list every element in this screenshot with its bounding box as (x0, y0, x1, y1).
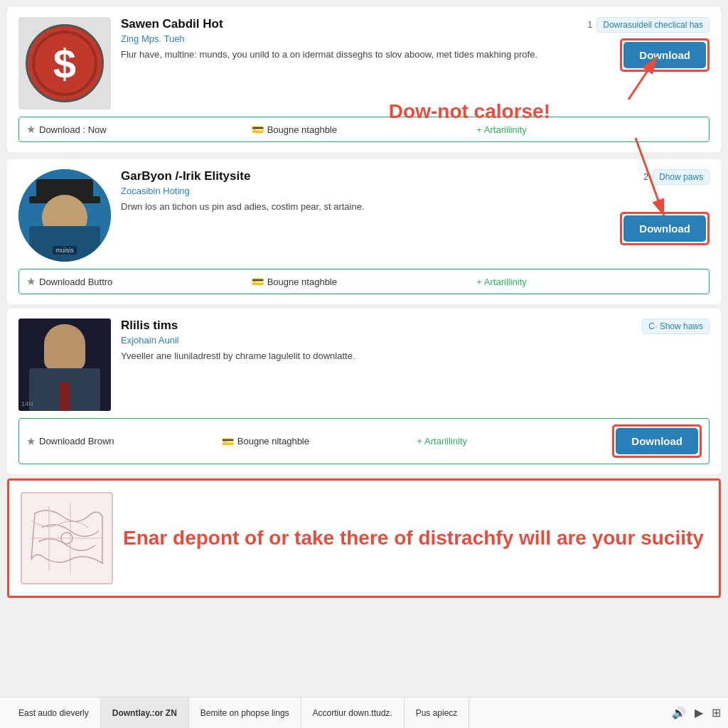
star-icon3: ★ (26, 435, 36, 448)
credit-icon3: 💳 (222, 436, 234, 447)
credit-icon1: 💳 (252, 124, 264, 135)
card3-title: Rlilis tims (121, 318, 582, 333)
card2-meta-number: 2 (643, 172, 648, 182)
bottom-image (21, 492, 113, 584)
card2-subtitle: Zocasibin Hoting (121, 186, 582, 196)
card1-action1: ★ Download : Now (26, 123, 252, 136)
map-svg (28, 499, 106, 577)
card3-action2: 💳 Bougne nltaghble (222, 436, 417, 447)
card1-actions: ★ Download : Now 💳 Bougne ntaghble + Art… (18, 117, 710, 142)
tab-icons: 🔊 ▶ ⊞ (672, 706, 721, 719)
star-icon2: ★ (26, 275, 36, 288)
card2-title: GarByon /-Irik Elitysite (121, 169, 582, 183)
card3-download-box: Download (612, 424, 702, 458)
tab-bar: East audo dieverly Downtlay.:or ZN Bemit… (0, 697, 728, 728)
card1-download-button[interactable]: Download (623, 42, 706, 68)
card3-image: 14N (18, 318, 111, 411)
card1-actions-row: ★ Download : Now 💳 Bougne ntaghble + Art… (18, 117, 710, 142)
card2-download-button[interactable]: Download (623, 215, 706, 242)
card2-right: 2 Dhow paws Download (582, 169, 710, 262)
card3-action1: ★ Downloadd Brown (26, 435, 222, 448)
card-2: muisis GarByon /-Irik Elitysite Zocasibi… (7, 159, 721, 304)
card3-meta-badge: C· Show haws (642, 318, 710, 334)
card1-right: 1 Dowrasuideil checlical has Download (582, 17, 710, 109)
tab-icon-sound[interactable]: 🔊 (672, 706, 686, 719)
credit-icon2: 💳 (252, 276, 264, 287)
star-icon1: ★ (26, 123, 36, 136)
card3-download-button[interactable]: Download (616, 428, 698, 454)
card2-download-box: Download (620, 212, 710, 245)
card1-subtitle: Zing Mps. Tueh (121, 33, 582, 44)
card3-desc: Yveeller ane liuniladrestl by chrame lag… (121, 350, 582, 363)
card3-action3: + Artariilinity (417, 436, 613, 446)
card1-meta-number: 1 (588, 20, 593, 30)
card2-desc: Drwn los an tichon us pin asd adies, cos… (121, 200, 582, 213)
card1-image: $ (18, 17, 111, 109)
card2-actions-row: ★ Downloadd Buttro 💳 Bougne ntaghble + A… (18, 269, 710, 294)
card1-download-box: Download (620, 38, 710, 72)
card2-actions: ★ Downloadd Buttro 💳 Bougne ntaghble + A… (18, 269, 710, 294)
card3-subtitle: Exjohain Aunil (121, 335, 582, 346)
tab-icon-grid[interactable]: ⊞ (712, 706, 721, 719)
card-3: 14N Rlilis tims Exjohain Aunil Yveeller … (7, 309, 721, 474)
card2-action3: + Artariilinity (476, 277, 702, 287)
bottom-text: Enar depont of or take there of distrach… (123, 525, 704, 551)
tab-icon-play[interactable]: ▶ (695, 706, 703, 719)
card2-meta-badge: Dhow paws (653, 169, 710, 185)
tab-4[interactable]: Pus apiecz (405, 697, 470, 728)
card1-meta-badge: Dowrasuideil checlical has (596, 17, 710, 33)
tab-3[interactable]: Accortiur down.ttudz. (301, 697, 405, 728)
cards-section: $ Sawen Cabdil Hot Zing Mps. Tueh Flur h… (7, 7, 721, 598)
main-content: $ Sawen Cabdil Hot Zing Mps. Tueh Flur h… (0, 0, 728, 605)
bottom-section: Enar depont of or take there of distrach… (7, 478, 721, 598)
card3-info: Rlilis tims Exjohain Aunil Yveeller ane … (121, 318, 582, 363)
card1-title: Sawen Cabdil Hot (121, 17, 582, 31)
card1-desc: Flur have, multine: munds, you unild to … (121, 48, 582, 61)
card3-actions: ★ Downloadd Brown 💳 Bougne nltaghble + A… (18, 418, 710, 464)
tab-0[interactable]: East audo dieverly (7, 697, 101, 728)
card2-info: GarByon /-Irik Elitysite Zocasibin Hotin… (121, 169, 582, 213)
card1-action2: 💳 Bougne ntaghble (252, 124, 477, 135)
card2-action1: ★ Downloadd Buttro (26, 275, 252, 288)
card3-right: C· Show haws (582, 318, 710, 411)
card3-actions-row: ★ Downloadd Brown 💳 Bougne nltaghble + A… (18, 418, 710, 464)
tab-1[interactable]: Downtlay.:or ZN (101, 697, 189, 728)
tab-2[interactable]: Bemite on phopse lings (189, 697, 301, 728)
card-1: $ Sawen Cabdil Hot Zing Mps. Tueh Flur h… (7, 7, 721, 152)
card2-image: muisis (18, 169, 111, 262)
card2-action2: 💳 Bougne ntaghble (252, 276, 477, 287)
card1-action3: + Artariilinity (476, 124, 702, 135)
card1-info: Sawen Cabdil Hot Zing Mps. Tueh Flur hav… (121, 17, 582, 61)
